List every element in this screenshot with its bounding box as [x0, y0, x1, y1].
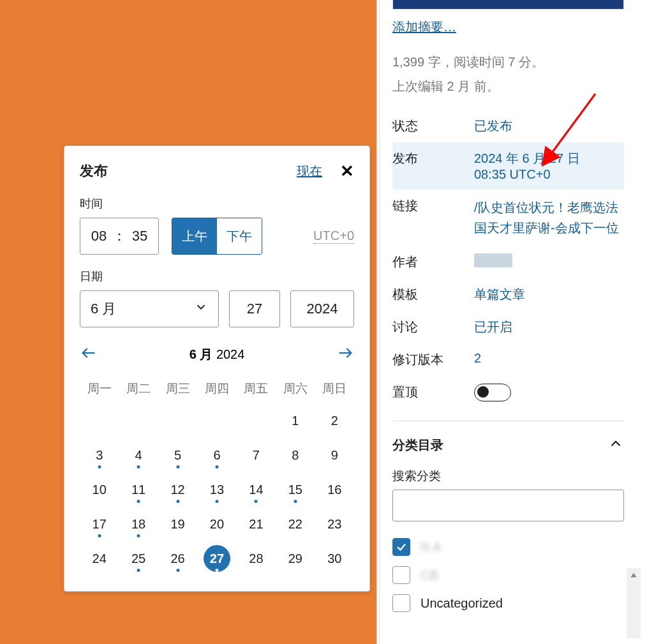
calendar-day[interactable]: 6 — [197, 438, 236, 472]
time-input[interactable]: 08 ： 35 — [80, 218, 159, 255]
calendar-day[interactable]: 28 — [237, 541, 276, 576]
weekday-header: 周五 — [237, 374, 276, 403]
status-row[interactable]: 状态 已发布 — [392, 110, 647, 142]
scrollbar[interactable] — [627, 568, 641, 638]
category-checkbox[interactable] — [392, 566, 410, 584]
category-checkbox[interactable] — [392, 538, 410, 556]
calendar-day[interactable]: 4 — [119, 438, 158, 472]
calendar-grid: 周一周二周三周四周五周六周日12345678910111213141516171… — [80, 374, 354, 576]
permalink-key: 链接 — [392, 197, 474, 214]
date-row: 6 月 27 2024 — [80, 290, 354, 327]
weekday-header: 周四 — [197, 374, 236, 403]
category-checkbox[interactable] — [392, 594, 410, 612]
calendar-day[interactable]: 27 — [197, 541, 236, 576]
sticky-value — [474, 384, 624, 401]
time-label: 时间 — [80, 196, 354, 211]
sticky-row: 置顶 — [392, 376, 647, 409]
calendar-day[interactable]: 17 — [80, 507, 119, 541]
revisions-value: 2 — [474, 351, 624, 366]
permalink-row[interactable]: 链接 /队史首位状元！老鹰选法国天才里萨谢-会成下一位 — [392, 190, 647, 246]
calendar-day[interactable]: 2 — [315, 403, 354, 438]
categories-title: 分类目录 — [392, 437, 443, 454]
next-month-button[interactable] — [336, 344, 354, 365]
publish-date-row[interactable]: 发布 2024 年 6 月 27 日 08:35 UTC+0 — [392, 142, 624, 190]
calendar-day-empty — [119, 403, 158, 438]
calendar-day[interactable]: 23 — [315, 507, 354, 541]
date-label: 日期 — [80, 269, 354, 284]
permalink-value: /队史首位状元！老鹰选法国天才里萨谢-会成下一位 — [474, 197, 624, 238]
calendar-day[interactable]: 8 — [276, 438, 315, 472]
ampm-toggle: 上午 下午 — [172, 218, 262, 255]
calendar-day[interactable]: 5 — [158, 438, 197, 472]
year-input[interactable]: 2024 — [290, 290, 354, 327]
time-row: 08 ： 35 上午 下午 UTC+0 — [80, 218, 354, 255]
calendar-day[interactable]: 26 — [158, 541, 197, 576]
calendar-day[interactable]: 13 — [197, 472, 236, 507]
category-item[interactable]: N A — [392, 533, 624, 561]
discussion-key: 讨论 — [392, 318, 474, 336]
day-input[interactable]: 27 — [229, 290, 280, 327]
calendar-day[interactable]: 22 — [276, 507, 315, 541]
scrollbar-up-icon[interactable] — [627, 568, 641, 582]
publish-value: 2024 年 6 月 27 日 08:35 UTC+0 — [474, 150, 601, 182]
calendar-day-empty — [80, 403, 119, 438]
year-value: 2024 — [307, 301, 338, 317]
category-label: CB — [420, 568, 438, 583]
editor-canvas-backdrop: 发布 现在 ✕ 时间 08 ： 35 上午 下午 UTC+0 日期 — [0, 0, 376, 644]
prev-month-button[interactable] — [80, 344, 98, 365]
timezone-label[interactable]: UTC+0 — [313, 228, 354, 244]
author-row[interactable]: 作者 — [392, 246, 647, 278]
day-value: 27 — [247, 301, 262, 317]
calendar-day[interactable]: 20 — [197, 507, 236, 541]
category-item[interactable]: Uncategorized — [392, 589, 624, 617]
search-categories-input[interactable] — [392, 490, 624, 521]
pm-button[interactable]: 下午 — [217, 218, 262, 254]
categories-accordion-head[interactable]: 分类目录 — [392, 421, 647, 468]
calendar-day[interactable]: 3 — [80, 438, 119, 472]
popover-header: 发布 现在 ✕ — [80, 161, 354, 181]
featured-image-thumb[interactable] — [392, 0, 624, 10]
calendar-day[interactable]: 12 — [158, 472, 197, 507]
calendar-day[interactable]: 30 — [315, 541, 354, 576]
calendar-day[interactable]: 29 — [276, 541, 315, 576]
calendar-day[interactable]: 19 — [158, 507, 197, 541]
calendar-day[interactable]: 1 — [276, 403, 315, 438]
template-row[interactable]: 模板 单篇文章 — [392, 278, 647, 311]
template-key: 模板 — [392, 286, 474, 303]
excerpt-row: 添加摘要… — [392, 19, 647, 36]
resize-handle[interactable] — [379, 0, 388, 644]
calendar-title: 6 月 2024 — [190, 346, 245, 363]
svg-marker-2 — [630, 573, 637, 577]
category-item[interactable]: CB — [392, 561, 624, 589]
calendar-day[interactable]: 16 — [315, 472, 354, 507]
template-value: 单篇文章 — [474, 286, 624, 303]
discussion-row[interactable]: 讨论 已开启 — [392, 311, 647, 343]
close-icon[interactable]: ✕ — [340, 163, 354, 179]
month-select[interactable]: 6 月 — [80, 290, 219, 327]
calendar-day[interactable]: 24 — [80, 541, 119, 576]
calendar-month: 6 月 — [190, 347, 213, 361]
popover-header-actions: 现在 ✕ — [297, 163, 354, 180]
calendar-day[interactable]: 18 — [119, 507, 158, 541]
add-excerpt-link[interactable]: 添加摘要… — [392, 20, 456, 34]
calendar-day[interactable]: 9 — [315, 438, 354, 472]
calendar-day[interactable]: 11 — [119, 472, 158, 507]
calendar-day[interactable]: 7 — [237, 438, 276, 472]
calendar-day[interactable]: 15 — [276, 472, 315, 507]
weekday-header: 周三 — [158, 374, 197, 403]
revisions-key: 修订版本 — [392, 351, 474, 368]
calendar-year: 2024 — [216, 347, 245, 361]
calendar-day[interactable]: 25 — [119, 541, 158, 576]
revisions-row[interactable]: 修订版本 2 — [392, 343, 647, 376]
time-controls: 08 ： 35 上午 下午 — [80, 218, 262, 255]
publish-date-line2: 08:35 UTC+0 — [474, 167, 601, 182]
calendar-day-empty — [197, 403, 236, 438]
now-link[interactable]: 现在 — [297, 163, 322, 180]
sticky-toggle[interactable] — [474, 384, 511, 401]
calendar-day[interactable]: 10 — [80, 472, 119, 507]
calendar-day[interactable]: 14 — [237, 472, 276, 507]
calendar-day[interactable]: 21 — [237, 507, 276, 541]
am-button[interactable]: 上午 — [172, 218, 217, 254]
author-key: 作者 — [392, 253, 474, 271]
hour-value: 08 — [89, 228, 108, 244]
